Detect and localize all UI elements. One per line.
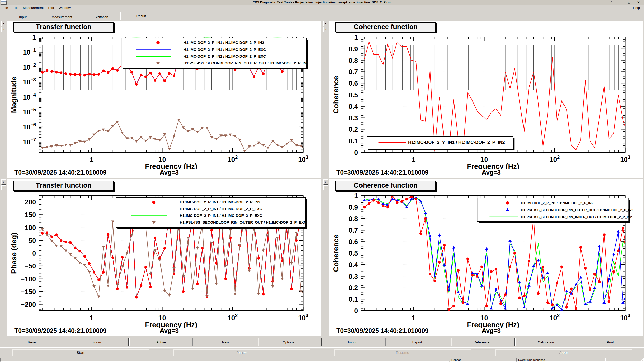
plot-title: Transfer function bbox=[13, 22, 114, 32]
svg-text:0.9: 0.9 bbox=[349, 203, 358, 211]
menu-measurement[interactable]: Measurement bbox=[23, 6, 44, 10]
reference-button[interactable]: Reference... bbox=[451, 338, 515, 346]
transfer-magnitude-plot[interactable]: 11010210310−710−610−510−410−310−210−11Fr… bbox=[7, 32, 320, 169]
coherence-plot-bottom[interactable]: 11010210300.10.20.30.40.50.60.70.80.91Fr… bbox=[329, 190, 642, 328]
measurement-controls: Start Pause Resume Abort bbox=[0, 347, 644, 358]
svg-text:1: 1 bbox=[412, 156, 416, 163]
menu-file[interactable]: File bbox=[3, 6, 8, 10]
svg-text:10−5: 10−5 bbox=[23, 107, 36, 116]
tab-measurement[interactable]: Measurement bbox=[43, 14, 81, 20]
svg-text:10−7: 10−7 bbox=[23, 137, 36, 146]
svg-text:1: 1 bbox=[354, 192, 358, 199]
svg-text:0.9: 0.9 bbox=[349, 45, 358, 53]
close-icon[interactable]: ✕ bbox=[637, 1, 640, 4]
svg-text:Frequency (Hz): Frequency (Hz) bbox=[467, 162, 519, 169]
plot-title: Coherence function bbox=[335, 181, 436, 191]
pane-popout-icon[interactable]: ▸ bbox=[323, 179, 328, 185]
svg-text:0.8: 0.8 bbox=[349, 57, 358, 64]
pane-collapse-icon[interactable]: ▴ bbox=[323, 185, 328, 190]
svg-text:H1:IMC-DOF_2_P_IN1 / H1:IMC-DO: H1:IMC-DOF_2_P_IN1 / H1:IMC-DOF_2_P_EXC bbox=[180, 213, 262, 218]
avg-label: Avg=3 bbox=[482, 327, 501, 334]
svg-text:1: 1 bbox=[354, 34, 358, 41]
transfer-phase-plot[interactable]: 110102103−200−150−100−50050100150200Freq… bbox=[7, 190, 320, 328]
reset-button[interactable]: Reset bbox=[1, 338, 64, 346]
export-button[interactable]: Export... bbox=[387, 338, 450, 346]
svg-text:102: 102 bbox=[550, 154, 560, 163]
menu-edit[interactable]: Edit bbox=[13, 6, 18, 10]
tab-excitation[interactable]: Excitation bbox=[82, 14, 120, 20]
svg-text:H1:IMC-DOF_2_P_IN1 / H1:IMC-DO: H1:IMC-DOF_2_P_IN1 / H1:IMC-DOF_2_P_EXC bbox=[183, 47, 266, 52]
print-button[interactable]: Print... bbox=[580, 338, 643, 346]
svg-text:0.7: 0.7 bbox=[349, 227, 358, 234]
active-button[interactable]: Active bbox=[129, 338, 193, 346]
svg-text:0.7: 0.7 bbox=[349, 68, 358, 76]
pane-popout-icon[interactable]: ▸ bbox=[323, 21, 328, 26]
chart-svg[interactable]: 11010210300.10.20.30.40.50.60.70.80.91Fr… bbox=[329, 32, 642, 169]
pane-popout-icon[interactable]: ▸ bbox=[1, 179, 6, 185]
svg-text:H1:IMC-DOF_2_P_IN2 / H1:IMC-DO: H1:IMC-DOF_2_P_IN2 / H1:IMC-DOF_2_P_EXC bbox=[183, 54, 266, 58]
status-mode-field: Swept sine response bbox=[516, 358, 606, 362]
calibration-button[interactable]: Calibration... bbox=[515, 338, 579, 346]
svg-text:H1:PSL-ISS_SECONDLOOP_RIN_OUTE: H1:PSL-ISS_SECONDLOOP_RIN_OUTER_OUT / H1… bbox=[180, 220, 307, 224]
shade-icon[interactable]: ^ bbox=[610, 1, 612, 4]
t0-label: T0=30/09/2025 14:40:21.010009 bbox=[14, 169, 106, 176]
menu-help[interactable]: Help bbox=[633, 6, 640, 10]
svg-text:−50: −50 bbox=[25, 262, 36, 270]
svg-text:1: 1 bbox=[90, 314, 94, 322]
plot-pane: Transfer function 110102103−200−150−100−… bbox=[7, 179, 321, 337]
svg-text:−100: −100 bbox=[21, 275, 36, 283]
menu-plot[interactable]: Plot bbox=[48, 6, 54, 10]
plot-footer: T0=30/09/2025 14:40:21.010009 Avg=3 bbox=[336, 169, 641, 177]
options-button[interactable]: Options... bbox=[258, 338, 322, 346]
chart-svg[interactable]: 11010210300.10.20.30.40.50.60.70.80.91Fr… bbox=[329, 190, 642, 328]
svg-text:H1:IMC-DOF_2_P_IN1 / H1:IMC-DO: H1:IMC-DOF_2_P_IN1 / H1:IMC-DOF_2_P_IN2 bbox=[180, 200, 260, 204]
svg-text:103: 103 bbox=[298, 154, 308, 163]
svg-text:10−1: 10−1 bbox=[23, 47, 36, 56]
pane-collapse-icon[interactable]: ▴ bbox=[1, 27, 6, 32]
plot-footer: T0=30/09/2025 14:40:21.010009 Avg=3 bbox=[336, 327, 641, 335]
svg-text:0.6: 0.6 bbox=[349, 80, 358, 87]
abort-button: Abort bbox=[495, 349, 632, 356]
new-button[interactable]: New bbox=[194, 338, 257, 346]
tab-input[interactable]: Input bbox=[4, 14, 42, 20]
pane-collapse-icon[interactable]: ▴ bbox=[323, 27, 328, 32]
resize-grip[interactable] bbox=[606, 358, 644, 362]
svg-text:50: 50 bbox=[28, 237, 36, 244]
svg-text:0.1: 0.1 bbox=[349, 296, 358, 303]
start-button[interactable]: Start bbox=[12, 349, 149, 356]
plot-title: Transfer function bbox=[13, 181, 114, 191]
plot-pane: Coherence function 11010210300.10.20.30.… bbox=[329, 21, 643, 178]
pane-popout-icon[interactable]: ▸ bbox=[1, 21, 6, 26]
pane-collapse-icon[interactable]: ▴ bbox=[1, 185, 6, 190]
svg-text:0.3: 0.3 bbox=[349, 114, 358, 122]
tab-result[interactable]: Result bbox=[120, 12, 162, 20]
svg-text:0: 0 bbox=[354, 307, 358, 314]
svg-text:10−2: 10−2 bbox=[23, 62, 36, 71]
svg-text:H1:IMC-DOF_2_P_IN1 / H1:IMC-DO: H1:IMC-DOF_2_P_IN1 / H1:IMC-DOF_2_P_IN2 bbox=[183, 40, 264, 45]
svg-text:0.1: 0.1 bbox=[349, 137, 358, 145]
status-repeat-field: Repeat bbox=[450, 358, 516, 362]
menu-window[interactable]: Window bbox=[59, 6, 71, 10]
svg-text:102: 102 bbox=[228, 312, 238, 322]
tab-bar: Input Measurement Excitation Result bbox=[0, 11, 644, 20]
plot-pane: Coherence function 11010210300.10.20.30.… bbox=[329, 179, 643, 337]
svg-text:1: 1 bbox=[32, 34, 36, 41]
svg-text:100: 100 bbox=[25, 224, 36, 232]
svg-text:0.8: 0.8 bbox=[349, 215, 358, 222]
svg-text:Coherence: Coherence bbox=[332, 234, 340, 272]
svg-text:0: 0 bbox=[354, 149, 358, 156]
svg-text:Frequency (Hz): Frequency (Hz) bbox=[467, 321, 519, 328]
chart-svg[interactable]: 110102103−200−150−100−50050100150200Freq… bbox=[7, 190, 320, 328]
maximize-icon[interactable]: □ bbox=[628, 1, 630, 4]
chart-svg[interactable]: 11010210310−710−610−510−410−310−210−11Fr… bbox=[7, 32, 320, 169]
zoom-button[interactable]: Zoom bbox=[65, 338, 129, 346]
resume-button: Resume bbox=[334, 349, 471, 356]
svg-text:0.5: 0.5 bbox=[349, 249, 358, 257]
svg-text:0.2: 0.2 bbox=[349, 126, 358, 133]
import-button[interactable]: Import... bbox=[323, 338, 386, 346]
svg-text:150: 150 bbox=[25, 211, 36, 219]
svg-text:−150: −150 bbox=[21, 288, 36, 295]
plot-footer: T0=30/09/2025 14:40:21.010009 Avg=3 bbox=[14, 169, 319, 177]
minimize-icon[interactable]: _ bbox=[619, 1, 621, 4]
coherence-plot-top[interactable]: 11010210300.10.20.30.40.50.60.70.80.91Fr… bbox=[329, 32, 642, 169]
